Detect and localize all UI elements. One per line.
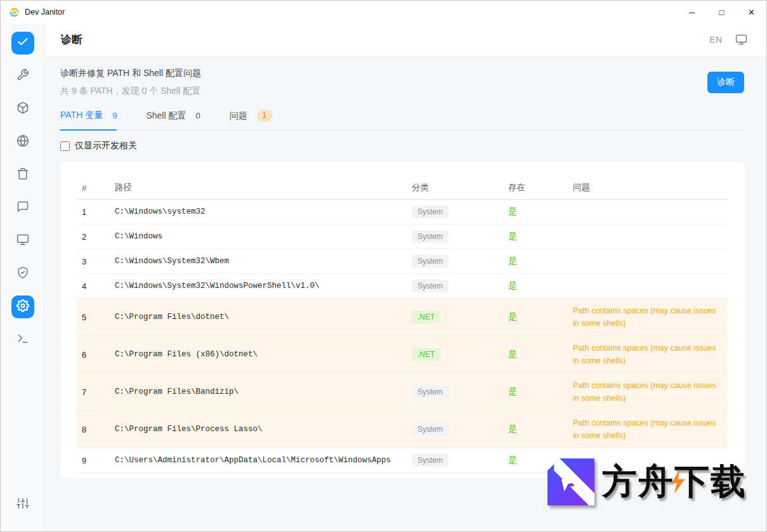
table-row: 8C:\Program Files\Process Lasso\System是P… <box>77 411 728 448</box>
row-exists: 是 <box>503 299 568 336</box>
row-index: 7 <box>77 373 110 411</box>
row-path: C:\Program Files (x86)\dotnet\ <box>110 336 407 373</box>
wrench-icon <box>16 68 29 84</box>
table-row: 3C:\Windows\System32\WbemSystem是 <box>77 249 728 274</box>
sidebar-item-feedback[interactable] <box>11 197 34 219</box>
watermark: 方舟下载 <box>547 458 747 505</box>
sidebar-item-network[interactable] <box>11 131 34 153</box>
category-badge: .NET <box>412 311 440 323</box>
tab-label: Shell 配置 <box>146 110 186 122</box>
tab-count: 9 <box>112 111 117 120</box>
check-icon <box>16 36 29 51</box>
diagnosis-description: 诊断并修复 PATH 和 Shell 配置问题 <box>60 68 201 79</box>
category-badge: System <box>412 230 449 243</box>
category-badge: .NET <box>412 348 440 361</box>
row-path: C:\Windows\System32\Wbem <box>110 249 407 274</box>
description-row: 诊断并修复 PATH 和 Shell 配置问题 共 9 条 PATH，发现 0 … <box>60 68 744 97</box>
row-index: 1 <box>77 200 110 224</box>
display-mode-icon[interactable] <box>735 34 747 46</box>
row-path: C:\Windows\system32 <box>110 200 407 224</box>
table-row: 4C:\Windows\System32\WindowsPowerShell\v… <box>77 274 728 299</box>
header-actions: EN <box>709 34 747 46</box>
row-exists: 是 <box>503 373 568 411</box>
main-area: 诊断 EN 诊断并修复 PATH 和 Shell 配置问题 共 9 条 PATH… <box>46 23 766 531</box>
row-path: C:\Program Files\Process Lasso\ <box>110 411 407 448</box>
issues-count-badge: 1 <box>257 110 272 122</box>
maximize-button[interactable]: □ <box>707 1 737 23</box>
row-exists: 是 <box>503 200 568 224</box>
row-issue <box>568 224 728 249</box>
row-path: C:\Program Files\Bandizip\ <box>110 373 407 411</box>
sidebar-item-cleaner[interactable] <box>11 164 34 186</box>
diagnose-button[interactable]: 诊断 <box>707 72 744 93</box>
sidebar-item-terminal[interactable] <box>11 328 34 351</box>
row-issue: Path contains spaces (may cause issues i… <box>568 373 728 411</box>
col-issues: 问题 <box>568 176 728 200</box>
category-badge: System <box>412 205 449 218</box>
sidebar-item-system[interactable] <box>11 230 34 252</box>
table-row: 2C:\WindowsSystem是 <box>77 224 728 249</box>
path-table-card: # 路径 分类 存在 问题 1C:\Windows\system32System… <box>60 162 744 478</box>
tab-label: 问题 <box>230 110 247 122</box>
globe-icon <box>16 134 29 150</box>
minimize-button[interactable]: ─ <box>677 1 707 23</box>
sidebar-item-diagnosis[interactable] <box>11 32 34 55</box>
table-row: 6C:\Program Files (x86)\dotnet\.NET是Path… <box>77 336 728 373</box>
sidebar-item-packages[interactable] <box>11 98 34 120</box>
table-row: 1C:\Windows\system32System是 <box>77 200 728 224</box>
col-category: 分类 <box>407 176 503 200</box>
path-table: # 路径 分类 存在 问题 1C:\Windows\system32System… <box>77 176 728 473</box>
window-controls: ─ □ ✕ <box>677 1 766 23</box>
sidebar-item-security[interactable] <box>11 263 34 285</box>
table-row: 5C:\Program Files\dotnet\.NET是Path conta… <box>77 299 728 336</box>
row-index: 9 <box>77 448 110 473</box>
dev-only-label: 仅显示开发相关 <box>75 140 137 152</box>
tab-shell-config[interactable]: Shell 配置 0 <box>146 110 200 130</box>
page-header: 诊断 EN <box>46 23 766 56</box>
chat-icon <box>16 200 29 216</box>
col-path: 路径 <box>110 176 407 200</box>
row-exists: 是 <box>503 274 568 299</box>
dev-only-filter[interactable]: 仅显示开发相关 <box>60 140 744 152</box>
row-index: 5 <box>77 299 110 336</box>
package-icon <box>16 101 29 117</box>
close-button[interactable]: ✕ <box>737 1 766 23</box>
row-path: C:\Windows\System32\WindowsPowerShell\v1… <box>110 274 407 299</box>
sidebar-item-preferences[interactable] <box>11 493 34 516</box>
path-table-body: 1C:\Windows\system32System是2C:\WindowsSy… <box>77 200 728 473</box>
row-issue: Path contains spaces (may cause issues i… <box>568 336 728 373</box>
titlebar: Dev Janitor ─ □ ✕ <box>1 1 766 23</box>
row-path: C:\Windows <box>110 224 407 249</box>
sidebar-item-tools[interactable] <box>11 65 34 88</box>
watermark-bolt-icon <box>670 470 686 494</box>
row-index: 4 <box>77 274 110 299</box>
tab-issues[interactable]: 问题 1 <box>230 110 272 130</box>
language-toggle[interactable]: EN <box>709 35 723 44</box>
row-issue: Path contains spaces (may cause issues i… <box>568 411 728 448</box>
sidebar-item-settings[interactable] <box>11 295 34 318</box>
row-index: 8 <box>77 411 110 448</box>
row-index: 6 <box>77 336 110 373</box>
category-badge: System <box>412 454 449 467</box>
row-exists: 是 <box>503 336 568 373</box>
row-index: 3 <box>77 249 110 274</box>
table-row: 7C:\Program Files\Bandizip\System是Path c… <box>77 373 728 411</box>
row-path: C:\Program Files\dotnet\ <box>110 299 407 336</box>
dev-only-checkbox[interactable] <box>60 141 70 151</box>
page-title: 诊断 <box>61 32 82 47</box>
tab-label: PATH 变量 <box>60 110 103 121</box>
diagnosis-summary: 共 9 条 PATH，发现 0 个 Shell 配置 <box>60 86 201 97</box>
row-issue <box>568 249 728 274</box>
trash-icon <box>16 167 29 183</box>
category-badge: System <box>412 423 449 436</box>
row-issue <box>568 274 728 299</box>
row-issue: Path contains spaces (may cause issues i… <box>568 299 728 336</box>
row-path: C:\Users\Administrator\AppData\Local\Mic… <box>110 448 407 473</box>
watermark-logo-icon <box>547 458 594 505</box>
tab-path-variables[interactable]: PATH 变量 9 <box>60 110 117 131</box>
col-index: # <box>77 176 110 200</box>
row-exists: 是 <box>503 411 568 448</box>
category-badge: System <box>412 255 449 268</box>
sliders-icon <box>16 497 29 512</box>
tab-bar: PATH 变量 9 Shell 配置 0 问题 1 <box>60 110 744 131</box>
